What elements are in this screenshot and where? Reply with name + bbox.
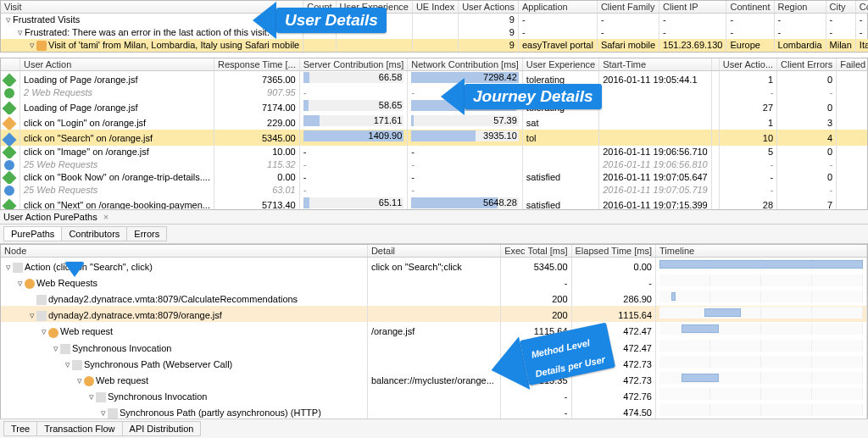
column-header[interactable]	[1, 58, 20, 71]
user-action-row[interactable]: click on "Search" on /orange.jsf 5345.00…	[1, 130, 868, 145]
tree-row[interactable]: ▿dynaday2.dynatrace.vmta:8079/orange.jsf…	[1, 306, 867, 322]
cell	[711, 184, 719, 197]
column-header[interactable]: Detail	[367, 245, 500, 258]
cell: click on "Search" on /orange.jsf	[20, 130, 214, 145]
visit-row[interactable]: ▿Visit of 'tami' from Milan, Lombardia, …	[1, 39, 868, 52]
expander-icon[interactable]: ▿	[99, 408, 108, 419]
cell: 1409.90	[299, 130, 408, 145]
cell: 286.90	[571, 290, 655, 306]
visit-row[interactable]: ▿Frustrated: There was an error in the l…	[1, 26, 868, 39]
user-action-row[interactable]: click on "Book Now" on /orange-trip-deta…	[1, 171, 868, 184]
column-header[interactable]: User Experience	[522, 58, 598, 71]
purepaths-panel-tab: User Action PurePaths ×	[0, 210, 868, 225]
tree-row[interactable]: ▿Synchronous Invocation - 472.76	[1, 387, 867, 403]
cell: 9	[459, 14, 519, 27]
column-header[interactable]: Country	[855, 1, 868, 14]
cell	[367, 355, 500, 371]
column-header[interactable]: UE Index	[412, 1, 458, 14]
user-action-row[interactable]: click on "Login" on /orange.jsf 229.00 1…	[1, 114, 868, 130]
tree-row[interactable]: ▿Action (click on "Search", click) click…	[1, 258, 867, 274]
column-header[interactable]: Failed Actions	[837, 58, 868, 71]
cell	[599, 86, 712, 99]
expander-icon[interactable]: ▿	[64, 359, 72, 370]
cell: 25 Web Requests	[20, 184, 214, 197]
column-header[interactable]: City	[826, 1, 855, 14]
column-header[interactable]: User Actio...	[719, 58, 776, 71]
cell: 5	[719, 146, 776, 158]
cell: 200	[501, 306, 571, 322]
cell	[412, 26, 458, 39]
column-header[interactable]: Response Time [...	[214, 58, 299, 71]
column-header[interactable]: Elapsed Time [ms]	[571, 245, 655, 258]
cell: click on "Book Now" on /orange-trip-deta…	[20, 171, 214, 184]
expander-icon[interactable]: ▿	[40, 326, 48, 337]
expander-icon[interactable]: ▿	[87, 391, 96, 402]
tab-purepaths[interactable]: PurePaths	[3, 226, 62, 241]
column-header[interactable]: Timeline	[656, 245, 867, 258]
column-header[interactable]	[711, 58, 719, 71]
cell: 4	[777, 130, 837, 145]
column-header[interactable]: Node	[1, 245, 367, 258]
user-action-row[interactable]: Loading of Page /orange.jsf 7174.00 58.6…	[1, 99, 868, 114]
user-action-row[interactable]: 25 Web Requests 115.32 - - 2016-01-11 19…	[1, 158, 868, 171]
column-header[interactable]: Start-Time	[599, 58, 712, 71]
tab-errors[interactable]: Errors	[126, 226, 167, 241]
close-icon[interactable]: ×	[103, 212, 108, 222]
cell: -	[299, 158, 408, 171]
tab-api-distribution[interactable]: API Distribution	[122, 421, 202, 436]
tab-transaction-flow[interactable]: Transaction Flow	[36, 421, 122, 436]
column-header[interactable]: Continent	[726, 1, 774, 14]
user-action-row[interactable]: 2 Web Requests 907.95 - - ---0.00	[1, 86, 868, 99]
cell	[367, 290, 500, 306]
tree-row[interactable]: ▿Web Requests - -	[1, 274, 867, 290]
expander-icon[interactable]: ▿	[4, 262, 13, 273]
cell: -	[518, 14, 597, 27]
expander-icon[interactable]: ▿	[75, 375, 84, 386]
tree-row[interactable]: ▿Synchronous Path (partly asynchronous) …	[1, 403, 867, 419]
cell: Milan	[826, 39, 855, 52]
column-header[interactable]: Exec Total [ms]	[501, 245, 571, 258]
visit-row[interactable]: ▿Frustrated Visits 19--------	[1, 14, 868, 27]
column-header[interactable]: Server Contribution [ms]	[299, 58, 408, 71]
column-header[interactable]: User Action	[20, 58, 214, 71]
cell	[711, 158, 719, 171]
user-action-row[interactable]: click on "Image" on /orange.jsf 10.00 - …	[1, 146, 868, 158]
cell: -	[777, 184, 837, 197]
column-header[interactable]: User Actions	[459, 1, 519, 14]
action-icon	[3, 132, 17, 145]
column-header[interactable]: Client Errors	[777, 58, 837, 71]
tree-row[interactable]: ▿Web request /orange.jsf 1115.64 472.47	[1, 322, 867, 338]
cell: -	[501, 403, 571, 419]
node-icon	[96, 392, 106, 402]
cell: -	[408, 146, 523, 158]
user-action-row[interactable]: click on "Next" on /orange-booking-payme…	[1, 197, 868, 210]
cell: 7	[777, 197, 837, 210]
column-header[interactable]: Network Contribution [ms]	[408, 58, 523, 71]
purepath-tree: NodeDetailExec Total [ms]Elapsed Time [m…	[0, 244, 868, 438]
node-icon	[72, 360, 82, 370]
tree-row[interactable]: dynaday2.dynatrace.vmta:8079/CalculateRe…	[1, 290, 867, 306]
expander-icon[interactable]: ▿	[28, 310, 36, 321]
tree-row[interactable]: ▿Synchronous Path (Webserver Call) - 472…	[1, 355, 867, 371]
expander-icon[interactable]: ▿	[16, 278, 25, 289]
user-action-row[interactable]: 25 Web Requests 63.01 - - 2016-01-11 19:…	[1, 184, 868, 197]
column-header[interactable]: Region	[774, 1, 826, 14]
footer-tabs: TreeTransaction FlowAPI Distribution	[0, 419, 868, 438]
tree-row[interactable]: ▿Synchronous Invocation - 472.47	[1, 339, 867, 355]
tab-tree[interactable]: Tree	[3, 421, 37, 436]
tab-contributors[interactable]: Contributors	[61, 226, 127, 241]
tree-row[interactable]: ▿Web request balancer://mycluster/orange…	[1, 371, 867, 387]
cell	[336, 39, 412, 52]
node-icon	[84, 376, 94, 386]
column-header[interactable]: Client Family	[597, 1, 659, 14]
column-header[interactable]: Application	[518, 1, 597, 14]
user-action-row[interactable]: Loading of Page /orange.jsf 7365.00 66.5…	[1, 71, 868, 87]
cell: 0.00	[214, 171, 299, 184]
cell: 2016-01-11 19:07:15.399	[599, 197, 712, 210]
cell: 0	[837, 171, 868, 184]
column-header[interactable]: Client IP	[659, 1, 726, 14]
expander-icon[interactable]: ▿	[52, 343, 60, 354]
cell: 63.01	[214, 184, 299, 197]
cell: 0	[777, 146, 837, 158]
tab-user-action-purepaths[interactable]: User Action PurePaths	[3, 212, 97, 222]
